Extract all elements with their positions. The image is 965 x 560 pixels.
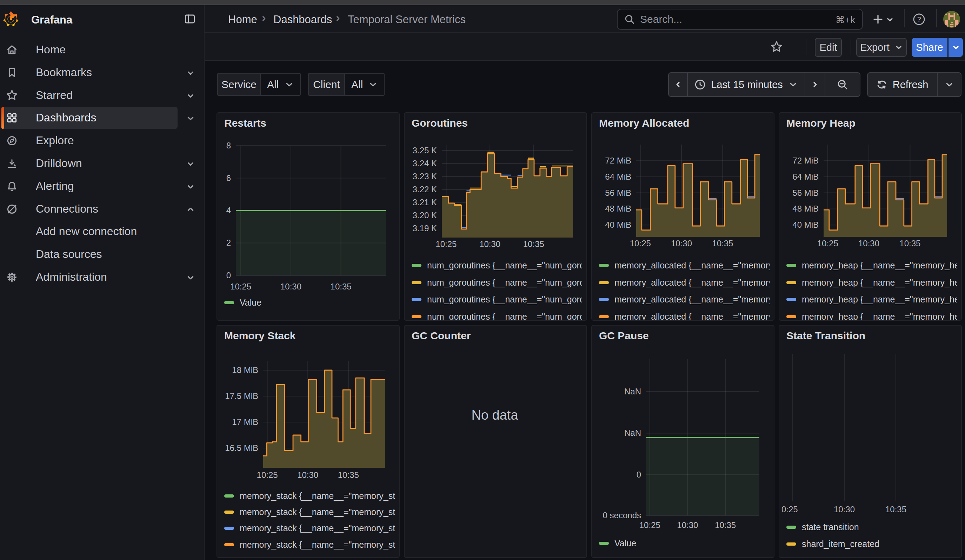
svg-text:56 MiB: 56 MiB bbox=[605, 188, 631, 198]
svg-text:3.21 K: 3.21 K bbox=[413, 198, 437, 207]
svg-text:10:35: 10:35 bbox=[900, 238, 921, 248]
svg-text:8: 8 bbox=[226, 141, 231, 150]
svg-text:10:35: 10:35 bbox=[885, 504, 906, 514]
svg-text:10:25: 10:25 bbox=[230, 282, 251, 291]
svg-text:3.22 K: 3.22 K bbox=[413, 184, 437, 194]
svg-text:16.5 MiB: 16.5 MiB bbox=[225, 443, 258, 452]
svg-text:56 MiB: 56 MiB bbox=[792, 188, 819, 198]
svg-text:10:35: 10:35 bbox=[523, 239, 544, 249]
svg-text:10:30: 10:30 bbox=[858, 238, 879, 248]
svg-text:2: 2 bbox=[226, 238, 231, 247]
svg-text:0: 0 bbox=[636, 470, 641, 479]
svg-text:10:30: 10:30 bbox=[280, 282, 301, 291]
svg-text:10:30: 10:30 bbox=[671, 238, 692, 248]
svg-text:17.5 MiB: 17.5 MiB bbox=[225, 391, 258, 401]
svg-text:18 MiB: 18 MiB bbox=[232, 365, 258, 375]
svg-text:10:25: 10:25 bbox=[817, 238, 838, 248]
svg-text:10:25: 10:25 bbox=[630, 238, 651, 248]
svg-text:17 MiB: 17 MiB bbox=[232, 417, 258, 427]
svg-text:0 seconds: 0 seconds bbox=[603, 511, 641, 520]
svg-text:64 MiB: 64 MiB bbox=[792, 172, 819, 181]
svg-text:10:35: 10:35 bbox=[338, 470, 359, 480]
svg-text:48 MiB: 48 MiB bbox=[605, 204, 631, 213]
svg-text:0:25: 0:25 bbox=[782, 504, 798, 514]
svg-text:10:25: 10:25 bbox=[257, 470, 278, 480]
svg-text:3.19 K: 3.19 K bbox=[413, 224, 437, 233]
svg-text:4: 4 bbox=[226, 206, 231, 215]
svg-text:40 MiB: 40 MiB bbox=[605, 220, 631, 230]
svg-text:?: ? bbox=[917, 15, 921, 23]
svg-text:3.24 K: 3.24 K bbox=[413, 158, 437, 168]
svg-text:3.25 K: 3.25 K bbox=[413, 145, 437, 155]
svg-text:NaN: NaN bbox=[624, 428, 641, 438]
svg-text:3.20 K: 3.20 K bbox=[413, 211, 437, 220]
svg-text:10:35: 10:35 bbox=[715, 520, 736, 530]
svg-text:0: 0 bbox=[226, 271, 231, 280]
svg-text:10:30: 10:30 bbox=[479, 239, 500, 249]
svg-text:NaN: NaN bbox=[624, 387, 641, 396]
svg-text:10:25: 10:25 bbox=[435, 239, 456, 249]
svg-text:64 MiB: 64 MiB bbox=[605, 172, 631, 181]
svg-text:48 MiB: 48 MiB bbox=[792, 204, 819, 213]
svg-text:72 MiB: 72 MiB bbox=[792, 156, 819, 165]
svg-text:10:30: 10:30 bbox=[297, 470, 318, 480]
svg-text:10:35: 10:35 bbox=[712, 238, 733, 248]
svg-text:72 MiB: 72 MiB bbox=[605, 156, 631, 165]
svg-text:6: 6 bbox=[226, 173, 231, 183]
svg-text:10:30: 10:30 bbox=[834, 504, 855, 514]
svg-text:10:25: 10:25 bbox=[640, 520, 661, 530]
svg-text:10:30: 10:30 bbox=[677, 520, 698, 530]
svg-text:3.23 K: 3.23 K bbox=[413, 171, 437, 181]
svg-text:10:35: 10:35 bbox=[330, 282, 352, 291]
svg-text:40 MiB: 40 MiB bbox=[792, 220, 819, 230]
